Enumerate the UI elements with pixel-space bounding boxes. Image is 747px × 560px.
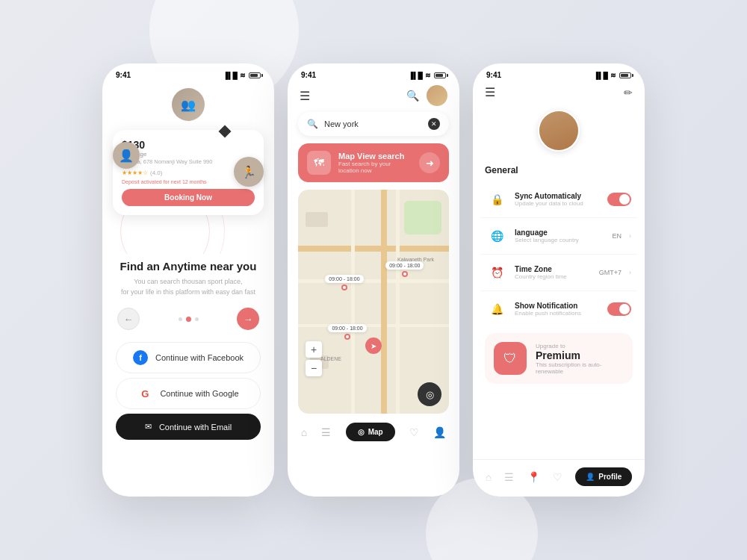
wifi-icon-2: ≋ <box>425 72 431 79</box>
premium-title: Premium <box>536 349 624 361</box>
phone3-header: ☰ ✏ <box>473 82 645 105</box>
prev-arrow[interactable]: ← <box>117 308 140 330</box>
premium-subtitle: This subscription is auto-renewable <box>536 361 624 375</box>
wifi-icon-3: ≋ <box>610 72 616 79</box>
sync-subtitle: Update your data to cloud <box>515 200 600 207</box>
google-label: Continue with Google <box>160 389 238 398</box>
map-area: Kalwaneth Park ALDENE 09:00 - 18:00 09:0… <box>298 190 449 414</box>
profile-section <box>473 105 645 161</box>
sync-title: Sync Automaticaly <box>515 192 600 200</box>
search-clear-button[interactable]: ✕ <box>428 118 440 130</box>
dot-active <box>186 317 191 322</box>
time-badge-2: 09:00 - 18:00 <box>385 261 424 270</box>
side-avatar-2: 🏃 <box>234 157 264 187</box>
general-section-label: General <box>473 161 645 181</box>
banner-subtitle: Fast search by your location now <box>338 161 412 174</box>
card-area: 👥 👤 🏃 $130 /Package Jakarta, 678 Nomanji… <box>102 82 274 254</box>
settings-list: 🔒 Sync Automaticaly Update your data to … <box>473 181 645 327</box>
map-tab-button[interactable]: ◎ Map <box>346 423 395 441</box>
rating-count: (4.0) <box>150 169 162 176</box>
profile-avatar <box>538 110 580 152</box>
phone-3: 9:41 ▐▌█ ≋ ☰ ✏ General 🔒 Sync Automatica… <box>473 63 645 497</box>
list-icon-3[interactable]: ☰ <box>504 471 514 483</box>
user-icon[interactable]: 👤 <box>433 426 446 438</box>
search-icon[interactable]: 🔍 <box>406 90 419 102</box>
current-location-marker: ➤ <box>365 337 382 354</box>
notification-icon: 🔔 <box>486 299 507 320</box>
banner-arrow[interactable]: ➜ <box>419 152 440 173</box>
timezone-icon: ⏰ <box>486 262 507 283</box>
notification-setting: 🔔 Show Notification Enable push notifica… <box>480 291 637 327</box>
signal-icon-1: ▐▌█ <box>223 72 238 79</box>
area-label: ALDENE <box>320 356 341 361</box>
menu-icon[interactable]: ☰ <box>300 89 310 103</box>
search-bar-icon: 🔍 <box>307 119 318 129</box>
phone-2: 9:41 ▐▌█ ≋ ☰ 🔍 🔍 New york ✕ 🗺 Map View s… <box>288 63 459 497</box>
signal-icon-3: ▐▌█ <box>594 72 608 79</box>
nav-dots-row: ← → <box>102 297 274 337</box>
dot-1 <box>179 317 182 321</box>
notification-title: Show Notification <box>515 302 600 310</box>
language-value: EN <box>612 232 622 240</box>
notification-toggle[interactable] <box>607 302 631 316</box>
banner-title: Map View search <box>338 152 412 161</box>
subtitle: You can search thousan sport place, for … <box>117 277 259 297</box>
facebook-button[interactable]: f Continue with Facebook <box>116 342 261 373</box>
edit-icon[interactable]: ✏ <box>624 87 633 99</box>
menu-icon-3[interactable]: ☰ <box>485 85 495 99</box>
premium-upgrade-label: Upgrade to <box>536 343 624 349</box>
search-input[interactable]: New york <box>324 119 422 128</box>
profile-button[interactable]: 👤 Profile <box>575 467 632 486</box>
facebook-icon: f <box>133 350 148 365</box>
sync-toggle[interactable] <box>607 193 631 206</box>
my-location-button[interactable]: ◎ <box>418 382 441 406</box>
facebook-label: Continue with Facebook <box>155 353 244 362</box>
map-view-banner[interactable]: 🗺 Map View search Fast search by your lo… <box>298 143 449 182</box>
language-icon: 🌐 <box>486 225 507 246</box>
side-avatar-1: 👤 <box>113 142 140 169</box>
home-icon-3[interactable]: ⌂ <box>486 471 492 483</box>
google-button[interactable]: G Continue with Google <box>116 378 261 409</box>
language-arrow[interactable]: › <box>629 232 631 240</box>
map-pin-3: 09:00 - 18:00 <box>328 324 366 340</box>
email-button[interactable]: ✉ Continue with Email <box>116 414 261 440</box>
google-icon: G <box>137 386 152 401</box>
map-tab-label: Map <box>368 428 383 436</box>
status-time-2: 9:41 <box>301 71 316 79</box>
dot-indicators <box>179 317 199 322</box>
top-avatar: 👥 <box>172 88 205 121</box>
timezone-value: GMT+7 <box>599 269 622 276</box>
sync-setting: 🔒 Sync Automaticaly Update your data to … <box>480 181 637 218</box>
phone3-footer: ⌂ ☰ 📍 ♡ 👤 Profile <box>473 459 645 497</box>
booking-button[interactable]: Booking Now <box>122 189 255 206</box>
zoom-in-button[interactable]: + <box>306 341 322 358</box>
premium-text: Upgrade to Premium This subscription is … <box>536 343 624 375</box>
notification-subtitle: Enable push notifications <box>515 310 600 317</box>
timezone-arrow[interactable]: › <box>629 269 631 276</box>
signal-icon-2: ▐▌█ <box>409 72 423 79</box>
list-icon[interactable]: ☰ <box>321 426 331 438</box>
language-title: language <box>515 228 604 237</box>
zoom-out-button[interactable]: − <box>306 360 322 376</box>
profile-label: Profile <box>598 473 622 481</box>
phone2-footer: ⌂ ☰ ◎ Map ♡ 👤 <box>288 414 459 452</box>
email-label: Continue with Email <box>159 423 232 432</box>
language-subtitle: Select language country <box>515 237 604 243</box>
timezone-setting: ⏰ Time Zone Country region time GMT+7 › <box>480 255 637 291</box>
home-icon[interactable]: ⌂ <box>301 426 307 438</box>
time-badge-1: 09:00 - 18:00 <box>325 275 363 283</box>
map-pin-2: 09:00 - 18:00 <box>385 261 424 277</box>
search-bar[interactable]: 🔍 New york ✕ <box>298 112 449 136</box>
phone-1: 9:41 ▐▌█ ≋ 👥 👤 🏃 $130 /Package <box>102 63 274 497</box>
map-banner-text: Map View search Fast search by your loca… <box>338 152 412 174</box>
wifi-icon-1: ≋ <box>240 72 246 79</box>
premium-card[interactable]: 🛡 Upgrade to Premium This subscription i… <box>485 333 633 384</box>
heart-icon[interactable]: ♡ <box>409 426 419 438</box>
premium-icon: 🛡 <box>494 342 527 375</box>
next-arrow[interactable]: → <box>237 308 259 330</box>
main-title: Find an Anytime near you <box>117 260 259 273</box>
heart-icon-3[interactable]: ♡ <box>553 471 562 483</box>
park-area <box>404 201 441 234</box>
map-banner-icon: 🗺 <box>307 151 331 175</box>
location-icon-3[interactable]: 📍 <box>527 471 540 483</box>
